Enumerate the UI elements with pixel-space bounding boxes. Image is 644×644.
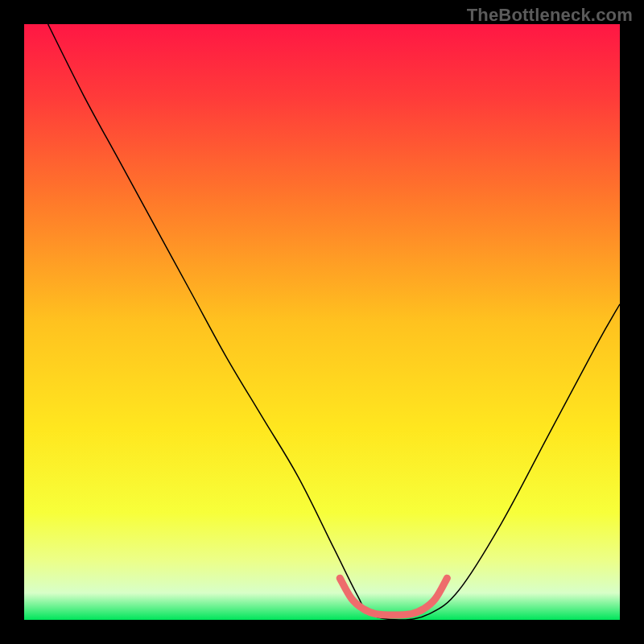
watermark-text: TheBottleneck.com [467, 5, 633, 26]
plot-area [24, 24, 620, 620]
chart-frame: TheBottleneck.com [0, 0, 644, 644]
chart-svg [24, 24, 620, 620]
gradient-background [24, 24, 620, 620]
